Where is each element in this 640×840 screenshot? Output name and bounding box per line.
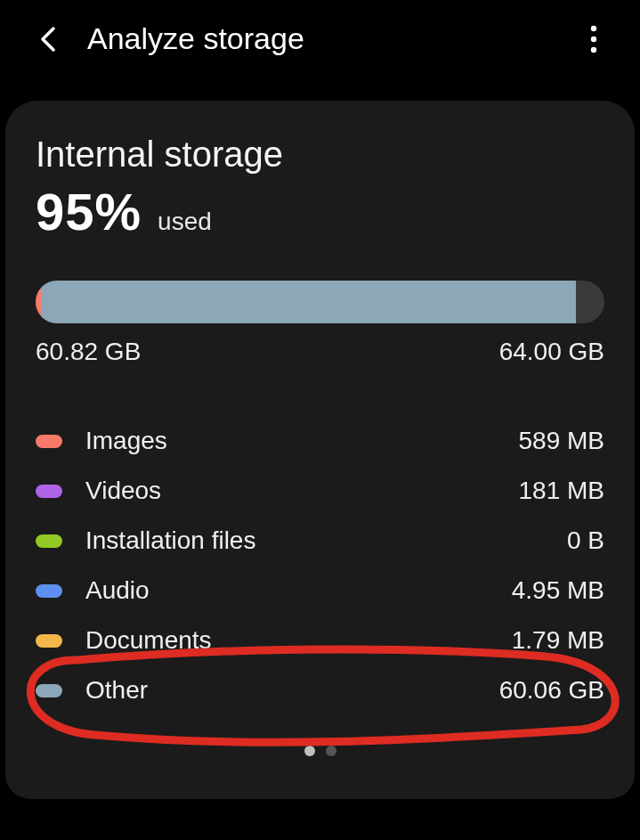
- category-label: Other: [85, 676, 499, 705]
- category-label: Documents: [85, 626, 512, 655]
- storage-card: Internal storage 95% used 60.82 GB 64.00…: [5, 101, 635, 799]
- storage-title: Internal storage: [36, 135, 604, 175]
- category-color-chip: [36, 584, 62, 598]
- svg-point-1: [591, 36, 596, 41]
- back-icon[interactable]: [36, 27, 61, 52]
- more-options-icon[interactable]: [581, 23, 606, 55]
- category-size: 589 MB: [519, 427, 605, 455]
- category-label: Audio: [85, 576, 512, 605]
- usage-percent-row: 95% used: [36, 182, 604, 241]
- page-title: Analyze storage: [87, 21, 581, 56]
- storage-used-size: 60.82 GB: [36, 338, 141, 366]
- category-color-chip: [36, 684, 62, 697]
- category-size: 1.79 MB: [512, 626, 604, 655]
- category-size: 181 MB: [519, 477, 605, 505]
- page-dot[interactable]: [326, 746, 336, 756]
- category-color-chip: [36, 485, 62, 498]
- progress-segment: [41, 281, 576, 323]
- category-size: 0 B: [567, 526, 604, 555]
- page-indicator[interactable]: [36, 746, 604, 756]
- svg-point-2: [591, 46, 596, 52]
- category-label: Installation files: [85, 526, 567, 555]
- app-header: Analyze storage: [0, 0, 640, 77]
- category-label: Videos: [85, 477, 519, 505]
- category-row[interactable]: Images589 MB: [36, 416, 604, 466]
- category-color-chip: [36, 634, 62, 648]
- category-list: Images589 MBVideos181 MBInstallation fil…: [36, 416, 604, 715]
- usage-percent-value: 95%: [36, 182, 142, 241]
- category-size: 60.06 GB: [499, 676, 604, 705]
- category-row[interactable]: Installation files0 B: [36, 516, 604, 566]
- storage-progress-bar: [36, 281, 604, 323]
- category-color-chip: [36, 534, 62, 548]
- page-dot[interactable]: [304, 746, 315, 756]
- category-row[interactable]: Audio4.95 MB: [36, 566, 604, 616]
- usage-percent-label: used: [158, 208, 212, 236]
- svg-point-0: [591, 25, 596, 30]
- category-row[interactable]: Other60.06 GB: [36, 665, 604, 715]
- storage-size-row: 60.82 GB 64.00 GB: [36, 338, 604, 366]
- category-row[interactable]: Videos181 MB: [36, 466, 604, 516]
- category-row[interactable]: Documents1.79 MB: [36, 616, 604, 665]
- category-color-chip: [36, 435, 62, 448]
- storage-total-size: 64.00 GB: [499, 338, 604, 366]
- category-label: Images: [85, 427, 519, 455]
- category-size: 4.95 MB: [512, 576, 604, 605]
